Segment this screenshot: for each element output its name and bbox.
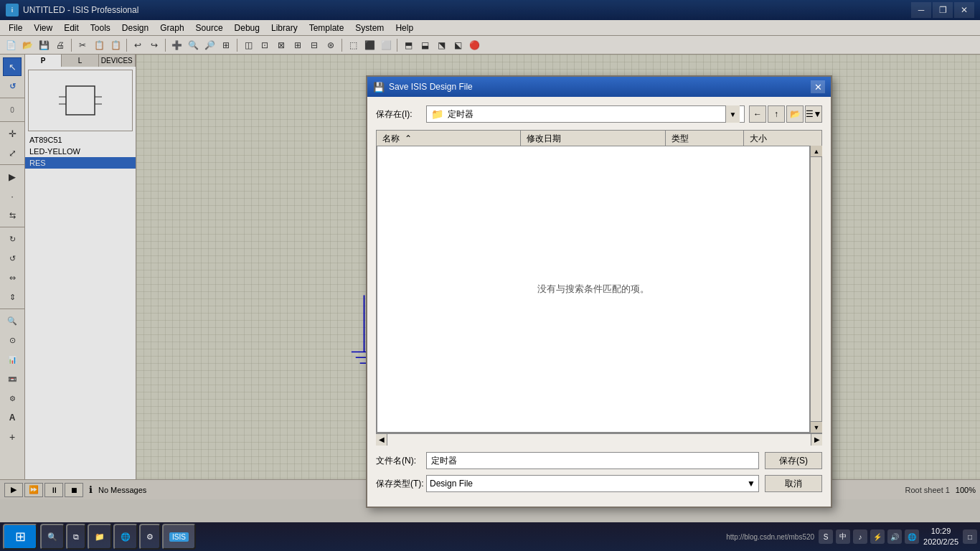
- dialog-icon: 💾: [373, 82, 385, 93]
- dialog-title-text: Save ISIS Design File: [389, 82, 811, 92]
- cancel-button[interactable]: 取消: [765, 475, 822, 492]
- location-value: 定时器: [448, 108, 725, 121]
- taskbar-files[interactable]: 📁: [88, 524, 112, 550]
- browser-icon: 🌐: [121, 532, 131, 542]
- hscroll-right-btn[interactable]: ▶: [811, 434, 822, 446]
- dialog-title-bar: 💾 Save ISIS Design File ✕: [367, 77, 831, 97]
- location-label: 保存在(I):: [376, 108, 426, 121]
- start-button[interactable]: ⊞: [3, 524, 37, 550]
- no-items-message: 没有与搜索条件匹配的项。: [537, 283, 649, 296]
- dialog-close-button[interactable]: ✕: [811, 80, 825, 93]
- col-type[interactable]: 类型: [666, 131, 744, 146]
- sys-icon-1[interactable]: S: [819, 529, 833, 544]
- show-desktop-button[interactable]: □: [963, 529, 977, 544]
- filetype-arrow: ▼: [747, 479, 755, 489]
- scroll-up[interactable]: ▲: [811, 146, 822, 157]
- col-name[interactable]: 名称 ⌃: [377, 131, 521, 146]
- taskbar-isis[interactable]: ISIS: [162, 524, 196, 550]
- windows-icon: ⊞: [15, 529, 26, 545]
- nav-up-button[interactable]: ↑: [768, 105, 785, 123]
- dialog-body: 保存在(I): 📁 定时器 ▼ ← ↑ 📂 ☰▼: [367, 97, 831, 507]
- clock-display[interactable]: 10:29 2020/2/25: [923, 526, 958, 548]
- scroll-track: [811, 157, 821, 421]
- filetype-label: 保存类型(T):: [376, 478, 426, 490]
- file-list-header: 名称 ⌃ 修改日期 类型 大小: [376, 130, 822, 146]
- taskbar-multitask[interactable]: ⧉: [66, 524, 86, 550]
- multitask-icon: ⧉: [73, 532, 79, 542]
- taskbar-search-icon: 🔍: [47, 532, 57, 542]
- sys-icon-5[interactable]: 🔊: [887, 529, 902, 544]
- settings-icon: ⚙: [146, 532, 154, 542]
- main-window: i UNTITLED - ISIS Professional ─ ❐ ✕ Fil…: [0, 0, 980, 522]
- filename-label: 文件名(N):: [376, 455, 426, 467]
- files-icon: 📁: [95, 532, 105, 542]
- sys-icon-3[interactable]: ♪: [853, 529, 867, 544]
- location-combo[interactable]: 📁 定时器 ▼: [426, 105, 745, 123]
- nav-back-button[interactable]: ←: [749, 105, 766, 123]
- sys-icon-2[interactable]: 中: [836, 529, 850, 544]
- filename-input[interactable]: [426, 452, 759, 469]
- col-modified[interactable]: 修改日期: [521, 131, 665, 146]
- dialog-overlay: 💾 Save ISIS Design File ✕ 保存在(I): 📁 定时器 …: [0, 0, 980, 522]
- save-action-button[interactable]: 保存(S): [765, 452, 822, 469]
- time-display: 10:29: [923, 526, 958, 537]
- filetype-select[interactable]: Design File ▼: [426, 475, 759, 492]
- file-list-body: 没有与搜索条件匹配的项。: [377, 146, 810, 433]
- file-list-container: 名称 ⌃ 修改日期 类型 大小: [376, 130, 822, 445]
- isis-icon: ISIS: [169, 532, 189, 542]
- col-size[interactable]: 大小: [744, 131, 821, 146]
- location-dropdown-arrow[interactable]: ▼: [725, 105, 740, 123]
- location-toolbar: ← ↑ 📂 ☰▼: [749, 105, 822, 123]
- taskbar-right: http://blog.csdn.net/mbs520 S 中 ♪ ⚡ 🔊 🌐 …: [726, 526, 977, 548]
- taskbar-url: http://blog.csdn.net/mbs520: [726, 533, 814, 541]
- taskbar-search[interactable]: 🔍: [40, 524, 65, 550]
- save-dialog: 💾 Save ISIS Design File ✕ 保存在(I): 📁 定时器 …: [366, 75, 832, 508]
- vertical-scrollbar[interactable]: ▲ ▼: [810, 146, 821, 433]
- date-display: 2020/2/25: [923, 537, 958, 547]
- sys-tray: S 中 ♪ ⚡ 🔊 🌐: [819, 529, 919, 544]
- filename-row: 文件名(N): 保存(S): [376, 452, 822, 469]
- sys-icon-4[interactable]: ⚡: [870, 529, 885, 544]
- nav-new-folder[interactable]: 📂: [786, 105, 804, 123]
- horizontal-scrollbar: ◀ ▶: [376, 433, 822, 445]
- location-row: 保存在(I): 📁 定时器 ▼ ← ↑ 📂 ☰▼: [376, 105, 822, 123]
- taskbar-browser[interactable]: 🌐: [113, 524, 138, 550]
- hscroll-left-btn[interactable]: ◀: [376, 434, 387, 446]
- hscroll-track[interactable]: [387, 434, 811, 446]
- scroll-down[interactable]: ▼: [811, 421, 822, 433]
- nav-view-options[interactable]: ☰▼: [805, 105, 822, 123]
- taskbar-settings[interactable]: ⚙: [139, 524, 161, 550]
- filetype-row: 保存类型(T): Design File ▼ 取消: [376, 475, 822, 492]
- sys-icon-6[interactable]: 🌐: [905, 529, 919, 544]
- taskbar: ⊞ 🔍 ⧉ 📁 🌐 ⚙ ISIS http://blog.csdn.net/mb…: [0, 522, 980, 551]
